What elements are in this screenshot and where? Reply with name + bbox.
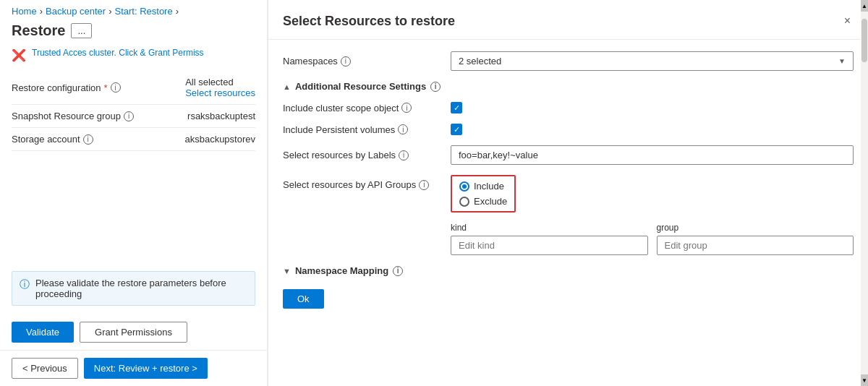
- scroll-thumb[interactable]: [861, 19, 867, 62]
- storage-account-label: Storage account: [12, 134, 80, 145]
- ns-mapping-info-icon[interactable]: i: [393, 266, 403, 276]
- error-text[interactable]: Trusted Acces cluster. Click & Grant Per…: [32, 48, 204, 58]
- select-by-labels-input[interactable]: [451, 145, 854, 165]
- breadcrumb-home[interactable]: Home: [12, 6, 37, 17]
- dropdown-arrow-icon: ▼: [838, 57, 846, 65]
- footer-nav: < Previous Next: Review + restore >: [0, 350, 267, 386]
- info-banner-icon: ⓘ: [20, 278, 30, 291]
- select-by-api-label: Select resources by API Groups: [283, 179, 416, 190]
- additional-settings-info-icon[interactable]: i: [430, 82, 441, 92]
- error-icon: ❌: [12, 48, 26, 62]
- modal-panel: Select Resources to restore × Namespaces…: [268, 0, 868, 386]
- ns-mapping-label: Namespace Mapping: [295, 265, 388, 276]
- namespaces-row: Namespaces i 2 selected ▼: [283, 51, 854, 71]
- breadcrumb-backup-center[interactable]: Backup center: [46, 6, 106, 17]
- breadcrumb-sep3: ›: [176, 6, 179, 17]
- select-by-labels-label: Select resources by Labels: [283, 150, 396, 160]
- include-cluster-scope-control: ✓: [451, 102, 854, 113]
- form-section: Restore configuration * i All selected S…: [0, 71, 267, 262]
- scroll-up-icon[interactable]: ▲: [861, 0, 868, 12]
- include-persistent-row: Include Persistent volumes i ✓: [283, 124, 854, 135]
- group-label: group: [657, 223, 854, 233]
- exclude-radio-label: Exclude: [474, 196, 507, 207]
- snapshot-rg-row: Snapshot Resource group i rsaksbackuptes…: [12, 105, 255, 128]
- include-persistent-label: Include Persistent volumes: [283, 124, 395, 135]
- group-col: group: [657, 223, 854, 255]
- action-buttons: Validate Grant Permissions: [0, 314, 267, 350]
- scrollbar[interactable]: ▲ ▼: [861, 0, 868, 386]
- exclude-radio-option[interactable]: Exclude: [459, 196, 507, 207]
- select-by-labels-control[interactable]: [451, 145, 854, 165]
- include-cluster-scope-row: Include cluster scope object i ✓: [283, 102, 854, 113]
- restore-config-value: All selected Select resources: [185, 77, 255, 98]
- namespaces-value: 2 selected: [459, 56, 501, 67]
- exclude-radio-button[interactable]: [459, 197, 469, 207]
- select-by-api-info-icon[interactable]: i: [419, 180, 429, 190]
- select-by-api-row: Select resources by API Groups i Include: [283, 175, 854, 213]
- include-radio-label: Include: [474, 181, 504, 192]
- required-star: *: [104, 82, 108, 93]
- group-input[interactable]: [657, 236, 854, 255]
- breadcrumb: Home › Backup center › Start: Restore ›: [0, 0, 267, 20]
- additional-settings-label: Additional Resource Settings: [295, 81, 426, 92]
- kind-label: kind: [451, 223, 648, 233]
- breadcrumb-sep2: ›: [109, 6, 111, 17]
- more-button[interactable]: ...: [71, 23, 92, 38]
- include-cluster-scope-info-icon[interactable]: i: [401, 103, 412, 113]
- scroll-track: [861, 12, 868, 374]
- error-banner: ❌ Trusted Acces cluster. Click & Grant P…: [12, 48, 255, 62]
- info-banner-text: Please validate the restore parameters b…: [35, 278, 247, 299]
- include-persistent-info-icon[interactable]: i: [398, 124, 408, 134]
- validate-button[interactable]: Validate: [12, 322, 74, 343]
- snapshot-rg-info-icon[interactable]: i: [124, 111, 134, 121]
- snapshot-rg-label: Snapshot Resource group: [12, 111, 121, 121]
- include-cluster-scope-label: Include cluster scope object: [283, 103, 399, 113]
- restore-config-info-icon[interactable]: i: [111, 82, 121, 93]
- select-resources-link[interactable]: Select resources: [185, 87, 255, 98]
- storage-account-value: aksbackupstorev: [184, 134, 255, 145]
- breadcrumb-sep1: ›: [40, 6, 43, 17]
- checkmark2-icon: ✓: [454, 125, 460, 134]
- scroll-down-icon[interactable]: ▼: [861, 374, 868, 386]
- restore-config-label: Restore configuration: [12, 82, 101, 93]
- include-radio-option[interactable]: Include: [459, 181, 507, 192]
- kind-group-row: kind group: [451, 223, 854, 255]
- namespaces-label: Namespaces: [283, 56, 338, 67]
- close-button[interactable]: ×: [841, 12, 854, 30]
- namespaces-info-icon[interactable]: i: [341, 56, 351, 67]
- select-by-api-control: Include Exclude: [451, 175, 854, 213]
- ns-mapping-chevron-icon: ▼: [283, 267, 291, 275]
- storage-account-row: Storage account i aksbackupstorev: [12, 128, 255, 151]
- ns-mapping-header[interactable]: ▼ Namespace Mapping i: [283, 265, 854, 276]
- include-cluster-scope-checkbox[interactable]: ✓: [451, 102, 462, 113]
- namespaces-control: 2 selected ▼: [451, 51, 854, 71]
- api-groups-radio-group: Include Exclude: [451, 175, 516, 213]
- select-by-labels-info-icon[interactable]: i: [399, 150, 409, 160]
- checkmark-icon: ✓: [454, 103, 460, 113]
- select-by-labels-row: Select resources by Labels i: [283, 145, 854, 165]
- page-title: Restore: [12, 22, 65, 39]
- modal-header: Select Resources to restore ×: [268, 0, 868, 40]
- modal-title: Select Resources to restore: [283, 14, 455, 29]
- kind-input[interactable]: [451, 236, 648, 255]
- include-radio-button[interactable]: [459, 181, 469, 192]
- include-radio-dot: [462, 184, 467, 189]
- restore-config-row: Restore configuration * i All selected S…: [12, 71, 255, 105]
- collapse-icon: ▲: [283, 82, 291, 91]
- include-persistent-control: ✓: [451, 124, 854, 135]
- include-persistent-checkbox[interactable]: ✓: [451, 124, 462, 135]
- grant-permissions-button[interactable]: Grant Permissions: [80, 322, 187, 343]
- breadcrumb-start-restore[interactable]: Start: Restore: [114, 6, 172, 17]
- next-button[interactable]: Next: Review + restore >: [84, 358, 208, 379]
- additional-settings-header[interactable]: ▲ Additional Resource Settings i: [283, 81, 854, 92]
- kind-col: kind: [451, 223, 648, 255]
- previous-button[interactable]: < Previous: [12, 358, 78, 379]
- storage-account-info-icon[interactable]: i: [83, 134, 93, 145]
- snapshot-rg-value: rsaksbackuptest: [187, 111, 255, 121]
- info-banner: ⓘ Please validate the restore parameters…: [12, 271, 255, 306]
- namespaces-dropdown[interactable]: 2 selected ▼: [451, 51, 854, 71]
- ok-button[interactable]: Ok: [283, 289, 324, 309]
- modal-body[interactable]: Namespaces i 2 selected ▼ ▲ Additional R…: [268, 40, 868, 386]
